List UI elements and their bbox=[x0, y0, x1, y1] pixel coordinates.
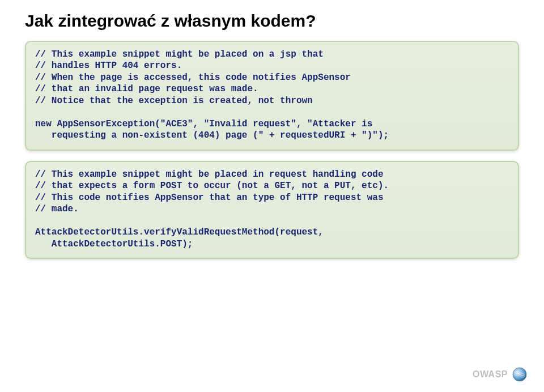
footer: OWASP bbox=[473, 367, 527, 382]
slide: Jak zintegrować z własnym kodem? // This… bbox=[0, 0, 544, 392]
code-snippet-2: // This example snippet might be placed … bbox=[25, 161, 519, 259]
footer-text: OWASP bbox=[473, 369, 508, 380]
slide-title: Jak zintegrować z własnym kodem? bbox=[25, 11, 519, 31]
owasp-logo-icon bbox=[512, 367, 527, 382]
code-snippet-1: // This example snippet might be placed … bbox=[25, 41, 519, 151]
